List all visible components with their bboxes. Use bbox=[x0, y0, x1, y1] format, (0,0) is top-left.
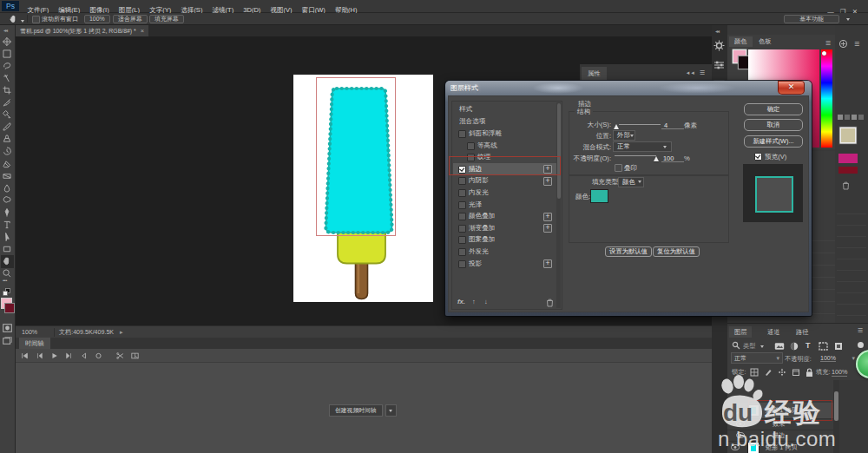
timeline-overlay-icon[interactable] bbox=[131, 352, 139, 359]
size-slider-track[interactable] bbox=[619, 124, 661, 125]
filter-type-chevron-icon[interactable] bbox=[760, 345, 764, 348]
layer-thumbnail[interactable] bbox=[748, 443, 759, 453]
eye-icon[interactable] bbox=[731, 408, 740, 414]
timeline-prevkey-icon[interactable] bbox=[36, 352, 43, 359]
style-checkbox[interactable] bbox=[458, 236, 466, 244]
fill-type-chevron[interactable] bbox=[638, 181, 641, 183]
blending-options-item[interactable]: 混合选项 bbox=[453, 115, 556, 128]
move-tool[interactable] bbox=[3, 37, 12, 47]
mini-bridge-icon[interactable] bbox=[839, 40, 852, 48]
timeline-nextkey-icon[interactable] bbox=[65, 352, 73, 359]
default-colors-icon[interactable] bbox=[3, 288, 12, 297]
style-item-斜面和浮雕[interactable]: 斜面和浮雕 bbox=[453, 128, 556, 140]
style-checkbox[interactable] bbox=[458, 189, 466, 197]
scroll-all-windows-checkbox[interactable] bbox=[32, 16, 40, 23]
set-default-button[interactable]: 设置为默认值 bbox=[605, 246, 652, 257]
layers-scrollbar[interactable] bbox=[833, 380, 839, 453]
new-style-button[interactable]: 新建样式(W)... bbox=[744, 135, 803, 148]
ok-button[interactable]: 确定 bbox=[744, 103, 803, 115]
timeline-scissors-icon[interactable] bbox=[116, 352, 124, 359]
swatch-tool-icon[interactable] bbox=[858, 115, 864, 120]
plus-icon[interactable]: + bbox=[543, 213, 552, 221]
plus-icon[interactable]: + bbox=[543, 259, 552, 268]
color-panel-tab[interactable]: 颜色 bbox=[729, 36, 753, 47]
adjustments-panel-icon[interactable] bbox=[713, 40, 725, 51]
paths-tab[interactable]: 路径 bbox=[791, 326, 813, 338]
fill-value[interactable]: 100% bbox=[832, 368, 847, 377]
style-checkbox[interactable] bbox=[458, 201, 466, 209]
eye-icon[interactable] bbox=[736, 421, 745, 427]
dialog-close-button[interactable]: ✕ bbox=[778, 81, 805, 95]
swatch-magenta[interactable] bbox=[838, 154, 858, 163]
properties-panel-menu-icon[interactable]: ◂◂ ☰ bbox=[687, 69, 707, 76]
collapse-dock-icon[interactable]: ◂◂ bbox=[3, 27, 7, 33]
screen-mode-icon[interactable] bbox=[3, 337, 12, 345]
quick-mask-icon[interactable] bbox=[3, 324, 12, 332]
style-checkbox[interactable] bbox=[467, 142, 475, 150]
tool-preset-chevron-icon[interactable] bbox=[21, 20, 24, 23]
magic-wand-tool[interactable] bbox=[3, 74, 12, 83]
cancel-button[interactable]: 取消 bbox=[744, 119, 803, 131]
crop-tool[interactable] bbox=[3, 86, 12, 95]
move-down-icon[interactable]: ↓ bbox=[484, 298, 488, 305]
timeline-tab[interactable]: 时间轴 bbox=[19, 338, 50, 349]
color-panel-menu-icon[interactable]: ☰ bbox=[825, 40, 831, 47]
move-up-icon[interactable]: ↑ bbox=[472, 298, 476, 305]
filter-shape-icon[interactable] bbox=[819, 342, 828, 351]
swatches-panel-tab[interactable]: 色板 bbox=[753, 36, 777, 47]
properties-tab[interactable]: 属性 bbox=[582, 67, 607, 81]
size-slider-thumb[interactable] bbox=[614, 124, 619, 129]
style-item-投影[interactable]: 投影+ bbox=[453, 258, 556, 270]
eraser-tool[interactable] bbox=[3, 160, 12, 169]
overprint-checkbox[interactable] bbox=[615, 164, 622, 172]
filter-smart-icon[interactable] bbox=[834, 342, 843, 351]
style-checkbox[interactable] bbox=[458, 248, 466, 256]
ellipsis-icon[interactable]: ••• bbox=[3, 278, 7, 283]
create-timeline-chevron[interactable] bbox=[386, 405, 396, 416]
style-item-颜色叠加[interactable]: 颜色叠加+ bbox=[453, 210, 556, 222]
marquee-tool[interactable] bbox=[3, 49, 12, 59]
trash-icon[interactable] bbox=[842, 181, 850, 190]
hue-slider[interactable] bbox=[821, 49, 832, 148]
clone-stamp-tool[interactable] bbox=[3, 135, 12, 144]
filter-toggle-icon[interactable] bbox=[858, 342, 864, 348]
style-checkbox[interactable] bbox=[458, 130, 466, 138]
style-item-渐变叠加[interactable]: 渐变叠加+ bbox=[453, 222, 556, 234]
filter-search-icon[interactable] bbox=[732, 341, 740, 350]
delete-style-trash-icon[interactable] bbox=[546, 299, 554, 307]
brush-tool[interactable] bbox=[3, 122, 12, 132]
hand-tool[interactable] bbox=[3, 257, 12, 266]
filter-type-text-icon[interactable]: T bbox=[806, 341, 811, 350]
lasso-tool[interactable] bbox=[3, 62, 12, 71]
expand-dock-icon[interactable]: ◂◂ bbox=[715, 28, 719, 34]
channels-tab[interactable]: 通道 bbox=[762, 326, 785, 338]
hand-tool-icon[interactable] bbox=[9, 15, 18, 23]
hue-slider-marker[interactable] bbox=[822, 51, 826, 56]
create-video-timeline-button[interactable]: 创建视频时间轴 bbox=[330, 405, 382, 416]
style-item-图案叠加[interactable]: 图案叠加 bbox=[453, 233, 556, 246]
swatch-tool-icon[interactable] bbox=[845, 115, 850, 120]
layer-row-描边[interactable]: 描边 bbox=[727, 430, 833, 442]
lock-pixels-icon[interactable] bbox=[764, 368, 773, 377]
style-item-等高线[interactable]: 等高线 bbox=[453, 140, 556, 152]
eyedropper-tool[interactable] bbox=[3, 98, 12, 108]
style-checkbox[interactable] bbox=[458, 260, 466, 268]
path-select-tool[interactable] bbox=[3, 233, 12, 242]
reset-default-button[interactable]: 复位为默认值 bbox=[653, 246, 700, 257]
position-dropdown-chevron[interactable] bbox=[630, 135, 634, 137]
type-tool[interactable] bbox=[3, 220, 12, 230]
style-checkbox[interactable] bbox=[458, 213, 466, 220]
eye-icon[interactable] bbox=[731, 444, 740, 450]
style-item-光泽[interactable]: 光泽 bbox=[453, 199, 556, 211]
history-brush-tool[interactable] bbox=[3, 147, 12, 156]
eye-icon[interactable] bbox=[736, 432, 745, 438]
healing-brush-tool[interactable] bbox=[3, 110, 12, 120]
layers-tab[interactable]: 图层 bbox=[729, 326, 752, 338]
tab-close-icon[interactable]: × bbox=[141, 27, 144, 35]
style-item-内阴影[interactable]: 内阴影+ bbox=[453, 174, 556, 187]
blur-tool[interactable] bbox=[3, 184, 12, 194]
extensions-icon[interactable]: ☰ bbox=[854, 41, 859, 48]
pen-tool[interactable] bbox=[3, 208, 12, 218]
swatch-dark-red[interactable] bbox=[838, 167, 858, 174]
opacity-slider-thumb[interactable] bbox=[654, 156, 659, 161]
